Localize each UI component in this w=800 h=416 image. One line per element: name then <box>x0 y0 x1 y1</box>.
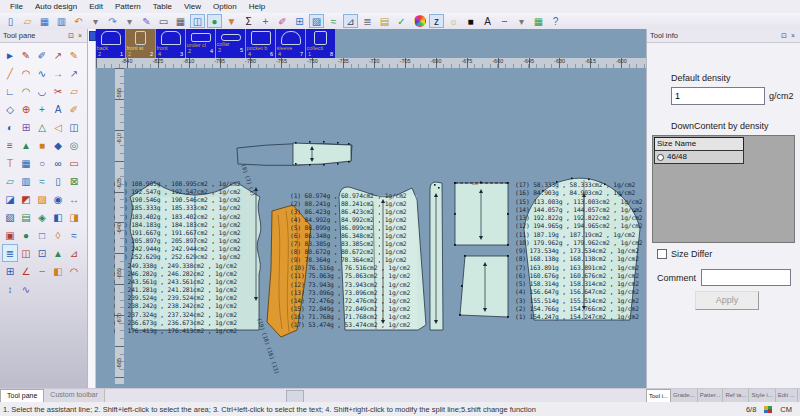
piece-cell-4[interactable]: under cl24 <box>186 29 216 58</box>
tool-icon[interactable]: ∿ <box>34 64 50 82</box>
menu-item[interactable]: Pattern <box>109 0 147 13</box>
group-icon[interactable]: ⊞ <box>292 14 307 28</box>
tool-icon[interactable]: ⊞ <box>2 262 18 280</box>
tool-icon[interactable]: □ <box>34 226 50 244</box>
tool-icon[interactable]: ◪ <box>2 190 18 208</box>
piece-cell-2[interactable]: front st22 <box>126 29 156 58</box>
tool-icon[interactable]: ▥ <box>18 172 34 190</box>
checkbox-icon[interactable] <box>657 249 667 259</box>
tool-icon[interactable]: ◠ <box>18 82 34 100</box>
tool-icon[interactable]: ╱ <box>2 64 18 82</box>
piece-cell-1[interactable]: back21 <box>96 29 126 58</box>
measure-icon[interactable]: ⊿ <box>343 14 358 28</box>
tool-icon[interactable]: ◨ <box>66 208 82 226</box>
funnel-icon[interactable]: ▼ <box>224 14 239 28</box>
tool-icon[interactable]: ▧ <box>2 208 18 226</box>
close-icon[interactable]: × <box>76 32 84 39</box>
stack-icon[interactable]: ≣ <box>360 14 375 28</box>
align-icon[interactable]: + <box>258 14 273 28</box>
scroll-left-icon[interactable] <box>89 31 96 41</box>
piece-fill-icon[interactable]: ● <box>207 14 222 28</box>
tool-icon[interactable]: ► <box>2 46 18 64</box>
tab-pattern[interactable]: Patter... <box>698 389 724 403</box>
tool-icon[interactable]: ↗ <box>50 46 66 64</box>
tool-icon[interactable]: ↕ <box>2 280 18 298</box>
tool-icon[interactable]: ∠ <box>18 262 34 280</box>
tool-icon[interactable]: ◁ <box>50 118 66 136</box>
pocket-piece-2-shape[interactable] <box>459 255 509 318</box>
zoom-z-icon[interactable]: z <box>429 14 444 28</box>
pin-icon[interactable]: ⊡ <box>66 32 76 40</box>
help-cursor-icon[interactable]: ? <box>548 14 563 28</box>
tool-icon[interactable]: ⊡ <box>34 244 50 262</box>
tool-icon[interactable]: ↔ <box>66 190 82 208</box>
color-swatch-icon[interactable]: ■ <box>463 14 478 28</box>
tool-icon[interactable]: ◈ <box>34 208 50 226</box>
tool-icon[interactable]: ■ <box>34 136 50 154</box>
tool-icon[interactable]: ◠ <box>66 262 82 280</box>
undo-icon[interactable]: ↶ <box>71 14 86 28</box>
menu-item[interactable]: Table <box>147 0 178 13</box>
tool-icon[interactable]: ▤ <box>18 208 34 226</box>
piece-cell-3[interactable]: front43 <box>156 29 186 58</box>
lamp-icon[interactable]: ☼ <box>446 14 461 28</box>
line-style-dropdown-icon[interactable]: ▾ <box>514 14 529 28</box>
pen-icon[interactable]: ✎ <box>139 14 154 28</box>
tool-icon[interactable]: ○ <box>34 154 50 172</box>
undo-dropdown-icon[interactable]: ▾ <box>88 14 103 28</box>
tool-icon[interactable]: ▦ <box>18 154 34 172</box>
tool-icon[interactable]: ≡ <box>2 136 18 154</box>
tool-icon[interactable]: → <box>50 64 66 82</box>
comment-input[interactable] <box>701 269 791 286</box>
grid-icon[interactable]: ▦ <box>173 14 188 28</box>
tool-icon[interactable]: ◊ <box>50 226 66 244</box>
window-split-icon[interactable]: ◫ <box>190 14 205 28</box>
redo-dropdown-icon[interactable]: ▾ <box>122 14 137 28</box>
tool-icon[interactable]: ▲ <box>50 244 66 262</box>
color-wheel-icon[interactable] <box>414 15 426 27</box>
menu-item[interactable]: Help <box>243 0 271 13</box>
size-list[interactable]: Size Name 46/48 <box>652 135 795 243</box>
curve-icon[interactable]: ≈ <box>326 14 341 28</box>
tool-icon[interactable]: ▣ <box>2 226 18 244</box>
tool-icon[interactable]: △ <box>34 118 50 136</box>
tray-icon[interactable]: ▤ <box>377 14 392 28</box>
menu-item[interactable]: Auto design <box>29 0 83 13</box>
new-file-icon[interactable]: ▯ <box>3 14 18 28</box>
menu-item[interactable]: View <box>178 0 207 13</box>
redo-icon[interactable]: ↷ <box>105 14 120 28</box>
piece-cell-8[interactable]: collecti18 <box>306 29 336 58</box>
size-differ-option[interactable]: Size Differ <box>657 249 712 259</box>
tool-icon[interactable]: T <box>2 154 18 172</box>
pattern-canvas[interactable]: back21front st22front43under cl24collar2… <box>96 29 646 388</box>
tab-custom-toolbar[interactable]: Custom toolbar <box>44 389 104 403</box>
tool-icon[interactable]: ◠ <box>18 64 34 82</box>
tool-icon[interactable]: ▲ <box>18 136 34 154</box>
apply-button[interactable]: Apply <box>695 291 759 310</box>
tool-icon[interactable]: ◧ <box>50 262 66 280</box>
save-icon[interactable]: ▦ <box>37 14 52 28</box>
tab-ref-table[interactable]: Ref ta... <box>723 389 749 403</box>
tab-tool-pane[interactable]: Tool pane <box>0 389 44 403</box>
tool-icon[interactable]: ◡ <box>34 82 50 100</box>
tool-icon[interactable]: ∞ <box>50 154 66 172</box>
tool-icon[interactable]: ⊠ <box>66 172 82 190</box>
tool-icon[interactable]: ◫ <box>18 244 34 262</box>
tool-icon[interactable]: + <box>34 100 50 118</box>
close-icon[interactable]: × <box>789 32 797 39</box>
radio-icon[interactable] <box>657 154 664 161</box>
tool-icon[interactable]: ↗ <box>66 64 82 82</box>
tool-icon[interactable]: ▯ <box>50 172 66 190</box>
line-style-icon[interactable]: ┄ <box>497 14 512 28</box>
tool-icon[interactable]: ▭ <box>66 154 82 172</box>
tool-icon[interactable]: ⊞ <box>18 118 34 136</box>
piece-cell-6[interactable]: pocket b46 <box>246 29 276 58</box>
tool-icon[interactable]: ▱ <box>66 82 82 100</box>
tool-icon[interactable]: ◧ <box>50 208 66 226</box>
save-as-icon[interactable]: ▥ <box>54 14 69 28</box>
menu-item[interactable]: File <box>4 0 29 13</box>
tool-icon[interactable]: ✎ <box>18 46 34 64</box>
tool-icon[interactable]: ◆ <box>50 136 66 154</box>
tool-icon[interactable]: ✂ <box>50 82 66 100</box>
tool-icon[interactable]: A <box>50 100 66 118</box>
